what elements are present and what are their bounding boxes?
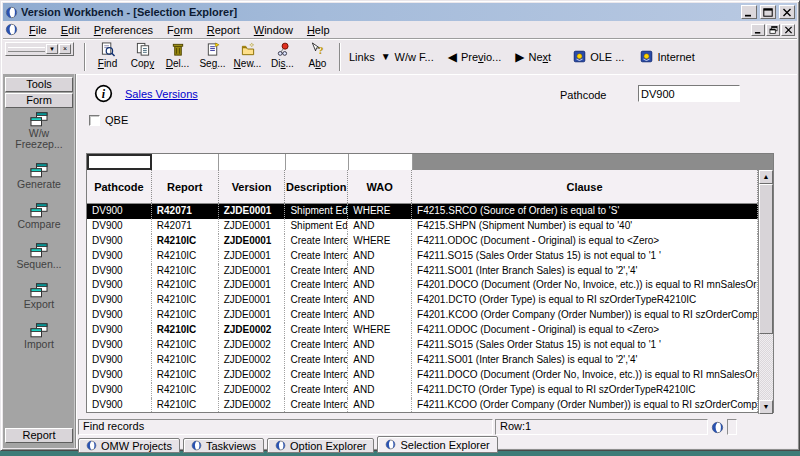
- tab-taskviews[interactable]: Taskviews: [183, 438, 264, 453]
- grid-row[interactable]: DV900R4210ICZJDE0001Create IntercoANDF42…: [87, 264, 758, 279]
- tab-selection-explorer[interactable]: Selection Explorer: [377, 436, 497, 453]
- tab-label: OMW Projects: [101, 440, 172, 452]
- column-header-clause[interactable]: Clause: [412, 170, 758, 203]
- menu-window[interactable]: Window: [247, 23, 300, 37]
- scroll-up-button[interactable]: ▲: [759, 170, 773, 184]
- vertical-scrollbar[interactable]: ▲ ▼: [758, 170, 773, 414]
- pathcode-input[interactable]: [638, 85, 740, 102]
- grid-row[interactable]: DV900R4210ICZJDE0002Create IntercoANDF42…: [87, 368, 758, 383]
- qbe-cell-description[interactable]: [286, 154, 349, 170]
- sidebar-item-sequen[interactable]: Sequen...: [3, 243, 75, 270]
- cell-description: Shipment Edits: [285, 204, 348, 219]
- sidebar-item-export[interactable]: Export: [3, 283, 75, 310]
- abo-button[interactable]: ?Abo: [300, 41, 335, 72]
- copy-button[interactable]: Copy: [125, 41, 160, 72]
- grip-dropdown-button[interactable]: ▾: [46, 44, 58, 54]
- cell-report: R4210IC: [152, 398, 219, 413]
- scrollbar-thumb[interactable]: [759, 184, 773, 334]
- grid-row[interactable]: DV900R4210ICZJDE0001Create IntercoANDF42…: [87, 278, 758, 293]
- link-w-w-f[interactable]: ▼W/w F...: [381, 51, 434, 63]
- sidebar-item-generate[interactable]: Generate: [3, 163, 75, 190]
- form-exit-icon: [3, 112, 75, 127]
- seg-button[interactable]: Seg...: [195, 41, 230, 72]
- maximize-icon: [763, 8, 773, 17]
- tab-option-explorer[interactable]: Option Explorer: [267, 438, 374, 453]
- link-previo[interactable]: ◀Previo...: [448, 51, 502, 63]
- grid-row[interactable]: DV900R4210ICZJDE0002Create IntercoANDF42…: [87, 383, 758, 398]
- column-header-description[interactable]: Description: [285, 170, 348, 203]
- form-exit-icon: [3, 283, 75, 298]
- find-button[interactable]: Find: [90, 41, 125, 72]
- scrollbar-track[interactable]: [759, 334, 773, 400]
- window-title: Version Workbench - [Selection Explorer]: [21, 6, 738, 18]
- gripper-handle[interactable]: [8, 47, 45, 52]
- qbe-cell-report[interactable]: [152, 154, 219, 170]
- menu-form[interactable]: Form: [160, 23, 200, 37]
- link-buttons: OLE ...Internet: [573, 50, 711, 63]
- sales-versions-link[interactable]: Sales Versions: [125, 88, 198, 100]
- link-next[interactable]: ▶Next: [515, 51, 551, 63]
- child-close-button[interactable]: [781, 24, 795, 36]
- grip-close-button[interactable]: ×: [59, 44, 71, 54]
- grid-row[interactable]: DV900R4210ICZJDE0002Create IntercoANDF42…: [87, 338, 758, 353]
- cell-wao: AND: [348, 249, 412, 264]
- sidebar-item-w-w-freezep[interactable]: W/w Freezep...: [3, 112, 75, 150]
- menu-edit[interactable]: Edit: [54, 23, 87, 37]
- qbe-checkbox[interactable]: [89, 115, 100, 126]
- tab-omw-projects[interactable]: OMW Projects: [78, 438, 180, 453]
- internet-button[interactable]: Internet: [640, 50, 694, 63]
- cell-pathcode: DV900: [87, 323, 152, 338]
- sidebar-tab-report[interactable]: Report: [5, 428, 73, 443]
- grid-row[interactable]: DV900R4210ICZJDE0001Create IntercoANDF42…: [87, 293, 758, 308]
- qbe-cell-wao[interactable]: [349, 154, 413, 170]
- grid-row[interactable]: DV900R4210ICZJDE0001Create IntercoWHEREF…: [87, 234, 758, 249]
- column-header-report[interactable]: Report: [152, 170, 219, 203]
- column-header-wao[interactable]: WAO: [348, 170, 412, 203]
- cell-report: R4210IC: [152, 368, 219, 383]
- minimize-button[interactable]: [741, 5, 757, 19]
- menu-preferences[interactable]: Preferences: [87, 23, 160, 37]
- ole-button[interactable]: OLE ...: [573, 50, 624, 63]
- grid-row[interactable]: DV900R42071ZJDE0001Shipment EditsANDF421…: [87, 219, 758, 234]
- sidebar-tab-tools[interactable]: Tools: [5, 77, 73, 92]
- dis-button[interactable]: Dis...: [265, 41, 300, 72]
- sidebar-item-compare[interactable]: Compare: [3, 203, 75, 230]
- minimize-icon: [754, 26, 763, 34]
- cell-version: ZJDE0002: [219, 323, 286, 338]
- cell-report: R4210IC: [152, 323, 219, 338]
- cell-wao: AND: [348, 308, 412, 323]
- delete-icon: [170, 41, 186, 58]
- grid-row[interactable]: DV900R4210ICZJDE0002Create IntercoANDF42…: [87, 353, 758, 368]
- grid-row[interactable]: DV900R4210ICZJDE0002Create IntercoWHEREF…: [87, 323, 758, 338]
- grid-row[interactable]: DV900R4210ICZJDE0001Create IntercoANDF42…: [87, 249, 758, 264]
- sidebar-item-import[interactable]: Import: [3, 323, 75, 350]
- menu-report[interactable]: Report: [200, 23, 247, 37]
- cell-wao: AND: [348, 219, 412, 234]
- scroll-down-button[interactable]: ▼: [759, 400, 773, 414]
- column-header-version[interactable]: Version: [219, 170, 286, 203]
- grid-row[interactable]: DV900R4210ICZJDE0002Create IntercoANDF42…: [87, 398, 758, 413]
- new-button[interactable]: New...: [230, 41, 265, 72]
- grip-inner: ▾ ×: [5, 42, 74, 56]
- grid-row[interactable]: DV900R4210ICZJDE0001Create IntercoANDF42…: [87, 308, 758, 323]
- qbe-cell-pathcode[interactable]: [87, 154, 152, 170]
- menu-help[interactable]: Help: [300, 23, 337, 37]
- cell-description: Create Interco: [285, 249, 348, 264]
- menu-file[interactable]: File: [22, 23, 54, 37]
- qbe-cell-version[interactable]: [219, 154, 286, 170]
- column-header-pathcode[interactable]: Pathcode: [87, 170, 152, 203]
- sidebar-tab-form[interactable]: Form: [5, 93, 73, 108]
- tab-label: Selection Explorer: [400, 439, 489, 451]
- del-button[interactable]: Del...: [160, 41, 195, 72]
- child-restore-button[interactable]: [766, 24, 780, 36]
- grid-row[interactable]: DV900R42071ZJDE0001Shipment EditsWHEREF4…: [87, 204, 758, 219]
- cell-description: Create Interco: [285, 368, 348, 383]
- maximize-button[interactable]: [760, 5, 776, 19]
- cell-report: R4210IC: [152, 353, 219, 368]
- cell-clause: F4211.SO01 (Inter Branch Sales) is equal…: [412, 353, 758, 368]
- close-button[interactable]: [779, 5, 795, 19]
- globe-icon: [191, 440, 202, 451]
- status-row-indicator: Row:1: [495, 419, 708, 435]
- cell-clause: F4211.SO15 (Sales Order Status 15) is no…: [412, 249, 758, 264]
- child-minimize-button[interactable]: [751, 24, 765, 36]
